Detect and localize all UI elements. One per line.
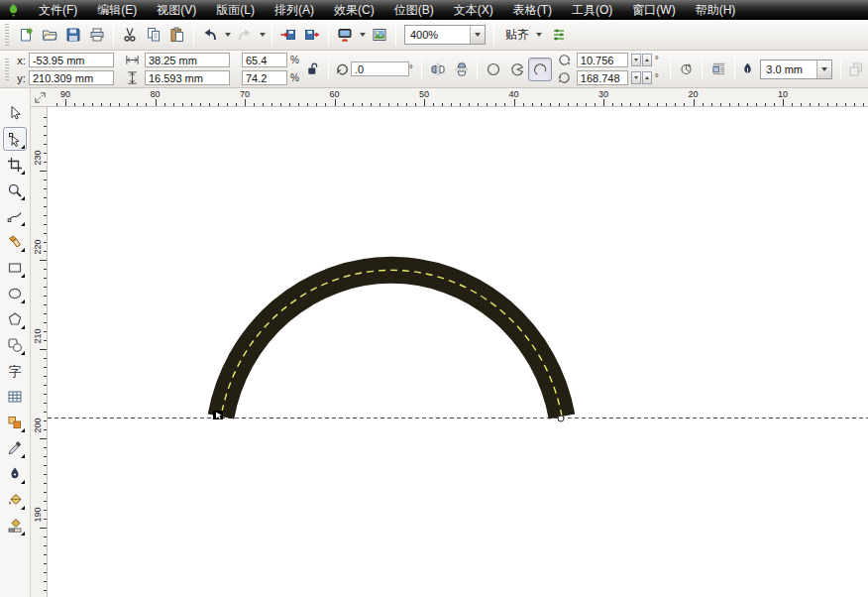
new-button[interactable] xyxy=(14,23,38,47)
scale-h-field[interactable]: 65.4 xyxy=(242,53,287,67)
blend-tool[interactable] xyxy=(3,411,27,434)
ruler-tick xyxy=(44,492,47,493)
print-button[interactable] xyxy=(85,23,109,47)
pick-tool[interactable] xyxy=(3,101,27,125)
outline-width-dropdown[interactable] xyxy=(816,60,831,78)
ruler-tick xyxy=(44,510,47,511)
toolbar-grip[interactable] xyxy=(5,24,9,46)
menu-item-3[interactable]: 视图(V) xyxy=(147,0,206,21)
end-angle-field[interactable]: 168.748 xyxy=(577,70,628,85)
table-tool[interactable] xyxy=(3,385,27,409)
text-wrap-button[interactable] xyxy=(706,58,729,81)
ruler-origin-icon[interactable] xyxy=(32,89,48,105)
change-direction-button[interactable] xyxy=(675,58,698,81)
ruler-tick xyxy=(451,103,452,106)
undo-button[interactable] xyxy=(198,23,222,47)
redo-dropdown[interactable] xyxy=(257,23,268,47)
ruler-tick xyxy=(845,103,846,106)
ruler-tick xyxy=(684,103,685,106)
standard-toolbar: 400% 贴齐 xyxy=(0,20,868,51)
arc-end-node[interactable] xyxy=(558,416,564,421)
ruler-tick xyxy=(44,572,47,573)
import-button[interactable] xyxy=(276,23,300,47)
ruler-label: 20 xyxy=(688,89,698,99)
application-launcher-button[interactable] xyxy=(333,23,357,47)
ruler-tick xyxy=(44,474,47,475)
interactive-fill-tool[interactable] xyxy=(3,514,27,537)
freehand-tool[interactable] xyxy=(3,204,27,228)
smart-fill-tool[interactable] xyxy=(3,230,27,254)
toolbox: 字 xyxy=(0,88,31,597)
outline-width-combo[interactable]: 3.0 mm xyxy=(760,60,831,79)
ruler-tick xyxy=(44,179,47,180)
application-launcher-dropdown[interactable] xyxy=(357,23,368,47)
vertical-ruler[interactable]: 230220210200190 xyxy=(31,107,48,597)
object-width-field[interactable]: 38.25 mm xyxy=(145,53,230,67)
zoom-level-dropdown[interactable] xyxy=(470,26,485,44)
export-button[interactable] xyxy=(300,23,324,47)
end-angle-spinner[interactable] xyxy=(631,71,652,84)
menu-item-8[interactable]: 文本(X) xyxy=(444,0,503,21)
text-tool[interactable]: 字 xyxy=(3,359,27,383)
basic-shapes-tool[interactable] xyxy=(3,333,27,357)
pie-mode-button[interactable] xyxy=(505,58,528,81)
scale-v-field[interactable]: 74.2 xyxy=(242,70,287,85)
shape-tool-icon xyxy=(7,131,23,147)
mirror-horizontal-button[interactable] xyxy=(426,58,449,81)
start-angle-field[interactable]: 10.756 xyxy=(577,53,628,67)
fill-tool[interactable] xyxy=(3,488,27,512)
separator xyxy=(328,24,329,46)
lock-open-icon xyxy=(305,61,320,76)
crop-tool[interactable] xyxy=(3,153,27,177)
menu-item-1[interactable]: 文件(F) xyxy=(29,0,87,21)
ruler-tick xyxy=(44,590,47,591)
snap-to-control[interactable]: 贴齐 xyxy=(501,23,544,47)
menu-item-4[interactable]: 版面(L) xyxy=(206,0,265,21)
ruler-tick xyxy=(353,103,354,106)
arc-mode-button[interactable] xyxy=(528,58,551,81)
polygon-tool[interactable] xyxy=(3,307,27,331)
menu-item-11[interactable]: 窗口(W) xyxy=(622,0,685,21)
menu-item-6[interactable]: 效果(C) xyxy=(324,0,384,21)
open-button[interactable] xyxy=(38,23,61,47)
menu-item-2[interactable]: 编辑(E) xyxy=(87,0,147,21)
ellipse-mode-button[interactable] xyxy=(482,58,504,81)
menu-item-7[interactable]: 位图(B) xyxy=(384,0,444,21)
outline-pen-tool[interactable] xyxy=(3,462,27,486)
menu-item-12[interactable]: 帮助(H) xyxy=(686,0,746,21)
ruler-tick xyxy=(325,103,326,106)
menu-item-9[interactable]: 表格(T) xyxy=(503,0,562,21)
arc-object[interactable] xyxy=(221,270,562,417)
undo-dropdown[interactable] xyxy=(222,23,233,47)
property-bar-grip[interactable] xyxy=(5,59,9,80)
welcome-screen-button[interactable] xyxy=(368,23,391,47)
zoom-level-combo[interactable]: 400% xyxy=(404,25,486,45)
arc-outline-stroke[interactable] xyxy=(221,270,562,417)
rectangle-tool[interactable] xyxy=(3,256,27,280)
lock-ratio-button[interactable] xyxy=(301,58,324,81)
copy-button[interactable] xyxy=(142,23,165,47)
ruler-tick xyxy=(371,103,372,106)
y-position-field[interactable]: 210.309 mm xyxy=(29,70,114,85)
eyedropper-tool[interactable] xyxy=(3,436,27,460)
rotation-angle-field[interactable]: .0 xyxy=(351,61,409,76)
object-height-field[interactable]: 16.593 mm xyxy=(145,70,230,85)
ellipse-tool[interactable] xyxy=(3,282,27,305)
paste-button[interactable] xyxy=(165,23,189,47)
shape-tool[interactable] xyxy=(3,127,27,151)
ruler-tick xyxy=(40,349,47,350)
cut-button[interactable] xyxy=(118,23,142,47)
ruler-tick xyxy=(280,103,281,106)
ruler-tick xyxy=(40,171,47,172)
menu-item-5[interactable]: 排列(A) xyxy=(265,0,324,21)
start-angle-spinner[interactable] xyxy=(631,54,652,66)
menu-item-10[interactable]: 工具(O) xyxy=(562,0,622,21)
mirror-vertical-button[interactable] xyxy=(450,58,473,81)
horizontal-ruler[interactable]: 908070605040302010 xyxy=(31,88,868,107)
save-button[interactable] xyxy=(61,23,85,47)
drawing-canvas[interactable] xyxy=(48,107,868,597)
zoom-tool[interactable] xyxy=(3,179,27,202)
x-position-field[interactable]: -53.95 mm xyxy=(29,53,114,67)
options-button[interactable] xyxy=(547,23,571,47)
snap-to-dropdown[interactable] xyxy=(533,23,544,47)
